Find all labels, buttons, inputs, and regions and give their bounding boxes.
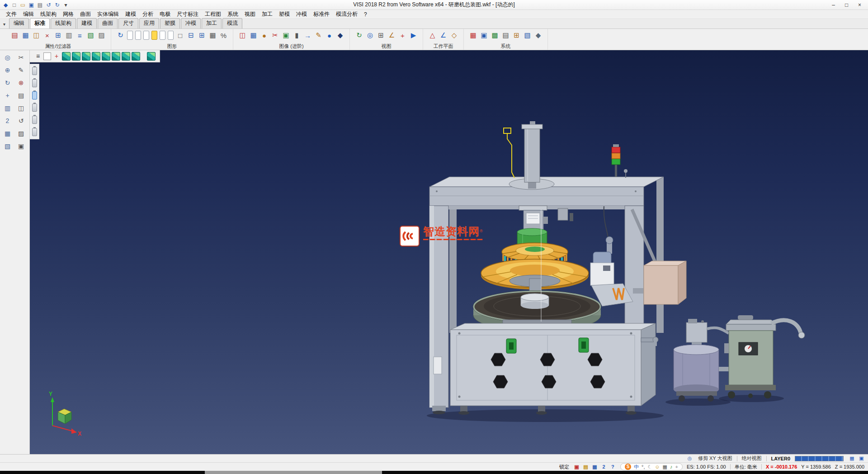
- menu-drawing[interactable]: 工程图: [202, 10, 224, 18]
- app-logo-icon[interactable]: ◆: [2, 1, 9, 9]
- open-doc-icon[interactable]: ▭: [19, 1, 27, 9]
- tab-modeling[interactable]: 建模: [77, 18, 97, 28]
- print-tool[interactable]: ▥: [2, 103, 13, 113]
- menu-mesh[interactable]: 网格: [60, 10, 77, 18]
- measure-tool[interactable]: ◫: [16, 103, 27, 113]
- viewport-menu-icon[interactable]: ≡: [34, 52, 42, 61]
- tab-machining[interactable]: 加工: [202, 18, 222, 28]
- lock-label[interactable]: 锁定: [559, 464, 569, 470]
- tb-attr-table[interactable]: ▦: [20, 30, 31, 40]
- new-doc-icon[interactable]: □: [10, 1, 18, 9]
- tab-die[interactable]: 冲模: [181, 18, 201, 28]
- tb-grid-dark[interactable]: ▦: [208, 30, 218, 40]
- tb-sys-monitor[interactable]: ▣: [479, 30, 489, 40]
- view-right[interactable]: [132, 52, 140, 61]
- tb-img-sphere[interactable]: ●: [324, 30, 335, 40]
- more-caret-icon[interactable]: ▾: [62, 1, 70, 9]
- minimize-button[interactable]: –: [827, 1, 840, 9]
- tb-card-2[interactable]: [135, 31, 141, 40]
- dim-tool[interactable]: 2: [2, 116, 13, 126]
- tab-standard[interactable]: 标准: [30, 18, 50, 28]
- tb-img-palette[interactable]: ●: [259, 30, 269, 40]
- tb-img-layers[interactable]: ▦: [248, 30, 259, 40]
- menu-analysis[interactable]: 分析: [139, 10, 156, 18]
- axis-origin-icon[interactable]: +: [52, 52, 61, 61]
- tb-box-grid[interactable]: ⊞: [197, 30, 207, 40]
- tb-card-1[interactable]: [127, 31, 133, 40]
- tb-filter-layers[interactable]: ▥: [64, 30, 74, 40]
- rotate-tool[interactable]: ↻: [2, 78, 13, 88]
- tb-img-annotate[interactable]: ✎: [313, 30, 324, 40]
- delete-tool[interactable]: ⊗: [16, 78, 27, 88]
- tab-surface[interactable]: 曲面: [98, 18, 118, 28]
- undo-titlebar-icon[interactable]: ↺: [45, 1, 52, 9]
- ime-mic[interactable]: ♪: [670, 464, 673, 470]
- tb-filter-remove[interactable]: ×: [42, 30, 52, 40]
- ime-smiley[interactable]: ☺: [655, 464, 660, 470]
- view-blank-button[interactable]: [43, 52, 51, 60]
- undo-tool[interactable]: ↺: [16, 116, 27, 126]
- tb-card-6[interactable]: [168, 31, 174, 40]
- menu-edit[interactable]: 编辑: [20, 10, 37, 18]
- menu-file[interactable]: 文件: [3, 10, 20, 18]
- menu-modeling[interactable]: 建模: [122, 10, 139, 18]
- ime-keyboard[interactable]: ▦: [663, 464, 667, 470]
- tb-view-angle[interactable]: ∠: [387, 30, 397, 40]
- tab-dropdown-icon[interactable]: ▾: [2, 22, 8, 28]
- absolute-view-label[interactable]: 绝对视图: [742, 455, 762, 462]
- status-help2-icon[interactable]: 2: [600, 464, 607, 470]
- menu-solid-edit[interactable]: 实体编辑: [94, 10, 122, 18]
- status-question-icon[interactable]: ?: [609, 464, 616, 470]
- tb-percent[interactable]: %: [218, 30, 229, 40]
- model-3d-view[interactable]: Y X: [30, 50, 868, 454]
- menu-machining[interactable]: 加工: [259, 10, 276, 18]
- dock-solid-3[interactable]: [32, 91, 37, 100]
- layers-tool[interactable]: ▤: [16, 90, 27, 100]
- tb-sys-checker[interactable]: ▩: [490, 30, 500, 40]
- status-calendar-icon[interactable]: ▦: [591, 464, 598, 470]
- tab-wireframe[interactable]: 线架构: [51, 18, 76, 28]
- tb-regen[interactable]: ↻: [115, 30, 126, 40]
- menu-surface[interactable]: 曲面: [77, 10, 94, 18]
- trim-tool[interactable]: ✂: [16, 52, 27, 62]
- tb-img-arrow[interactable]: →: [302, 30, 313, 40]
- ime-tools[interactable]: +: [675, 464, 678, 470]
- tb-attr-copy[interactable]: ◫: [31, 30, 42, 40]
- tab-mold[interactable]: 塑膜: [160, 18, 180, 28]
- tb-sys-grid[interactable]: ⊞: [511, 30, 522, 40]
- menu-die[interactable]: 冲模: [293, 10, 310, 18]
- move-tool[interactable]: +: [2, 90, 13, 100]
- tab-edit[interactable]: 编辑: [9, 18, 29, 28]
- tb-shade-box[interactable]: □: [175, 30, 185, 40]
- tb-wp-rotate[interactable]: △: [427, 30, 438, 40]
- tb-sys-hatch[interactable]: ▧: [522, 30, 533, 40]
- redo-titlebar-icon[interactable]: ↻: [53, 1, 61, 9]
- menu-mold[interactable]: 塑模: [276, 10, 293, 18]
- menu-help[interactable]: ?: [361, 11, 370, 18]
- print-icon[interactable]: ▤: [36, 1, 44, 9]
- view-iso-ne[interactable]: [62, 52, 71, 61]
- dock-solid-2[interactable]: [32, 79, 37, 87]
- tb-sys-render[interactable]: ◆: [533, 30, 543, 40]
- grid-tool[interactable]: ▦: [2, 128, 13, 138]
- view-iso-nw[interactable]: [72, 52, 80, 61]
- ime-logo[interactable]: S: [625, 464, 631, 470]
- tb-filter-green[interactable]: ▧: [85, 30, 96, 40]
- dock-solid-1[interactable]: [32, 67, 37, 75]
- view-shaded[interactable]: [147, 52, 156, 61]
- ime-lang[interactable]: 中: [634, 464, 639, 470]
- tb-filter-hatch[interactable]: ▨: [96, 30, 107, 40]
- menu-wireframe[interactable]: 线架构: [37, 10, 60, 18]
- close-button[interactable]: ×: [853, 1, 866, 9]
- tab-flow[interactable]: 模流: [222, 18, 242, 28]
- point-snap-tool[interactable]: ⊕: [2, 65, 13, 75]
- view-top[interactable]: [82, 52, 90, 61]
- sketch-tool[interactable]: ✎: [16, 65, 27, 75]
- active-layer-label[interactable]: LAYER0: [771, 456, 790, 461]
- view-back[interactable]: [112, 52, 120, 61]
- hatch-tool[interactable]: ▨: [16, 128, 27, 138]
- tb-img-film[interactable]: ▮: [292, 30, 302, 40]
- clipboard-tool[interactable]: ▣: [16, 141, 27, 151]
- menu-system[interactable]: 系统: [224, 10, 241, 18]
- dock-solid-6[interactable]: [32, 128, 37, 136]
